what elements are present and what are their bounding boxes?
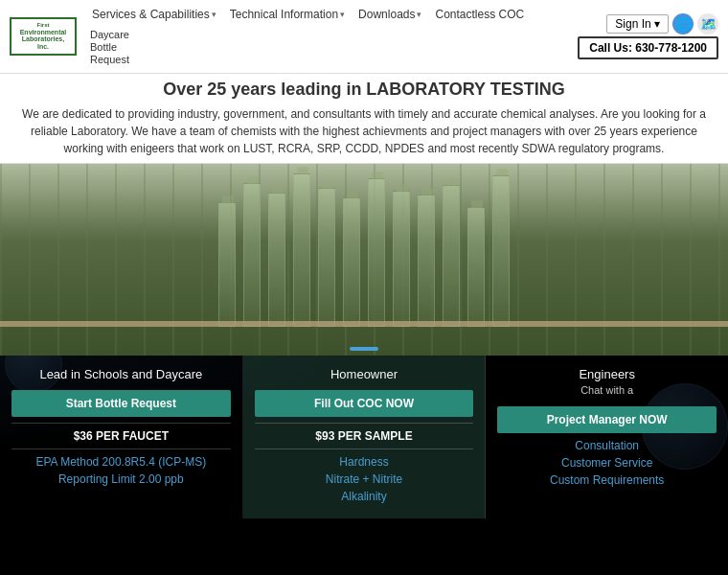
start-bottle-request-button[interactable]: Start Bottle Request <box>11 390 231 417</box>
logo[interactable]: First Environmental Laboratories, Inc. <box>10 17 77 56</box>
card-lead-price: $36 PER FAUCET <box>11 423 231 449</box>
card-lead-link-reporting[interactable]: Reporting Limit 2.00 ppb <box>11 472 231 486</box>
card-engineers-title: Engineers Chat with a <box>497 367 717 400</box>
lab-image <box>0 164 728 356</box>
technical-dropdown-arrow: ▾ <box>340 10 345 19</box>
hero-description: We are dedicated to providing industry, … <box>19 105 709 157</box>
card-engineers-link-consultation[interactable]: Consultation <box>497 439 717 452</box>
sign-in-button[interactable]: Sign In ▾ <box>606 14 669 34</box>
bottles-visual <box>218 173 510 346</box>
globe-icon[interactable]: 🌐 <box>672 13 694 34</box>
hero-title: Over 25 years leading in LABORATORY TEST… <box>19 80 709 100</box>
nav-services-capabilities[interactable]: Services & Capabilities ▾ <box>86 4 222 25</box>
main-nav: Services & Capabilities ▾ Technical Info… <box>86 4 578 69</box>
card-engineers-link-customer-service[interactable]: Customer Service <box>497 456 717 470</box>
lab-image-inner <box>0 164 728 356</box>
bottle <box>492 175 510 327</box>
hero-section: Over 25 years leading in LABORATORY TEST… <box>0 74 728 164</box>
nav-daycare-bottle[interactable]: DaycareBottleRequest <box>86 27 133 69</box>
card-homeowner-price: $93 PER SAMPLE <box>255 423 474 449</box>
card-homeowner-link-alkalinity[interactable]: Alkalinity <box>255 490 474 503</box>
logo-line1: First <box>36 22 49 29</box>
card-engineers-subtitle: Chat with a <box>580 384 633 396</box>
card-homeowner-title: Homeowner <box>255 367 474 383</box>
bottle <box>218 202 236 327</box>
logo-box: First Environmental Laboratories, Inc. <box>10 17 77 56</box>
bottle <box>418 195 435 327</box>
main-content: Over 25 years leading in LABORATORY TEST… <box>0 74 728 519</box>
map-icon[interactable]: 🗺️ <box>697 13 718 34</box>
bottle <box>393 191 410 327</box>
header-right: Sign In ▾ 🌐 🗺️ Call Us: 630-778-1200 <box>578 13 718 59</box>
card-lead-title: Lead in Schools and Daycare <box>11 367 231 383</box>
bottle <box>467 207 485 327</box>
header: First Environmental Laboratories, Inc. S… <box>0 0 728 74</box>
card-homeowner: Homeowner Fill Out COC NOW $93 PER SAMPL… <box>243 356 487 519</box>
cards-section: Lead in Schools and Daycare Start Bottle… <box>0 356 728 519</box>
bottle <box>343 197 360 327</box>
bottle <box>443 185 460 327</box>
bottle <box>243 183 261 327</box>
fill-coc-button[interactable]: Fill Out COC NOW <box>255 390 474 417</box>
nav-downloads[interactable]: Downloads ▾ <box>353 4 427 25</box>
bottle <box>268 193 285 327</box>
downloads-dropdown-arrow: ▾ <box>417 10 421 19</box>
bottle <box>368 178 385 327</box>
card-engineers-link-custom[interactable]: Custom Requirements <box>497 473 717 487</box>
rack-bar <box>0 321 728 327</box>
card-engineers: Engineers Chat with a Project Manager NO… <box>486 356 728 519</box>
logo-line2: Environmental <box>20 29 67 36</box>
nav-technical-information[interactable]: Technical Information ▾ <box>224 4 351 25</box>
scroll-indicator <box>350 347 378 351</box>
project-manager-button[interactable]: Project Manager NOW <box>497 406 717 433</box>
bottle <box>293 173 310 327</box>
card-lead-schools: Lead in Schools and Daycare Start Bottle… <box>0 356 243 519</box>
card-lead-link-epa[interactable]: EPA Method 200.8R5.4 (ICP-MS) <box>11 455 231 469</box>
card-homeowner-link-nitrate[interactable]: Nitrate + Nitrite <box>255 472 474 486</box>
nav-contactless-coc[interactable]: Contactless COC <box>429 4 530 25</box>
bottle <box>318 188 335 327</box>
header-icons: 🌐 🗺️ <box>672 13 718 34</box>
logo-line3: Laboratories, Inc. <box>15 35 71 50</box>
call-us-button[interactable]: Call Us: 630-778-1200 <box>578 36 718 59</box>
services-dropdown-arrow: ▾ <box>212 10 216 19</box>
card-homeowner-link-hardness[interactable]: Hardness <box>255 455 474 469</box>
